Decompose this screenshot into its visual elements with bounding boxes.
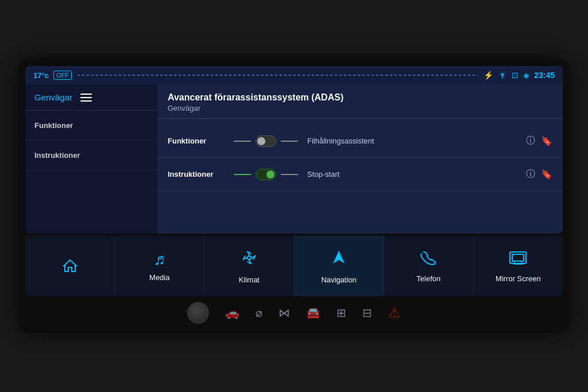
nav-item-mirror[interactable]: Mirror Screen bbox=[474, 236, 563, 296]
panel-header: Avancerat förarassistanssystem (ADAS) Ge… bbox=[157, 84, 563, 119]
wifi-icon bbox=[498, 71, 507, 80]
status-icons: ⚡ ⊡ ◈ 23:45 bbox=[483, 71, 555, 80]
nav-label-navigation: Navigation bbox=[321, 275, 356, 284]
nav-label-telefon: Telefon bbox=[416, 274, 440, 283]
feature-section-label-0: Funktioner bbox=[168, 137, 234, 145]
seat-btn[interactable]: ⋈ bbox=[278, 306, 290, 320]
feature-name-filhallning: Filhållningsassistent bbox=[307, 137, 526, 145]
sidebar-title: Genvägar bbox=[34, 92, 72, 102]
toggle-knob bbox=[257, 137, 265, 145]
nav-label-media: Media bbox=[149, 273, 169, 282]
temperature-display: 17°c bbox=[33, 71, 49, 80]
content-area: Genvägar Funktioner Instruktioner bbox=[25, 84, 563, 234]
fan-btn[interactable]: ⌀ bbox=[256, 306, 262, 320]
status-bar-line bbox=[78, 75, 478, 76]
nav-item-navigation[interactable]: Navigation bbox=[295, 236, 384, 296]
nav-item-media[interactable]: ♬ Media bbox=[115, 236, 204, 296]
hamburger-menu-button[interactable] bbox=[80, 94, 92, 102]
svg-point-0 bbox=[502, 77, 503, 78]
feature-rows: Funktioner Filhållningsassistent ⓘ 🔖 bbox=[157, 119, 563, 197]
car-bezel: 17°c OFF ⚡ ⊡ ◈ 23:45 bbox=[18, 59, 570, 333]
fan-icon bbox=[240, 249, 258, 271]
sidebar-item-funktioner[interactable]: Funktioner bbox=[25, 111, 157, 141]
home-icon bbox=[61, 257, 79, 275]
status-bar: 17°c OFF ⚡ ⊡ ◈ 23:45 bbox=[25, 66, 563, 84]
toggle-stopstart[interactable] bbox=[256, 169, 276, 180]
svg-point-1 bbox=[247, 256, 251, 259]
toggle-line-active bbox=[234, 174, 251, 175]
feature-row-stopstart: Instruktioner Stop-start ⓘ 🔖 bbox=[157, 158, 563, 191]
left-dial[interactable] bbox=[187, 302, 209, 324]
warning-btn[interactable]: ⚠ bbox=[388, 305, 401, 321]
bookmark-icon-stopstart[interactable]: 🔖 bbox=[541, 169, 552, 180]
nav-item-telefon[interactable]: Telefon bbox=[384, 236, 474, 296]
grid-btn[interactable]: ⊞ bbox=[336, 306, 346, 320]
feature-name-stopstart: Stop-start bbox=[307, 170, 526, 178]
nav-item-home[interactable] bbox=[25, 236, 115, 296]
bookmark-icon-filhallning[interactable]: 🔖 bbox=[541, 135, 552, 146]
info-icon-stopstart[interactable]: ⓘ bbox=[526, 168, 535, 180]
grid-off-btn[interactable]: ⊟ bbox=[362, 306, 372, 320]
music-note-icon: ♬ bbox=[153, 250, 165, 269]
sidebar-menu: Funktioner Instruktioner bbox=[25, 111, 157, 234]
nav-bar: ♬ Media Klimat Navig bbox=[25, 236, 563, 296]
toggle-container-stopstart: Stop-start bbox=[234, 169, 526, 180]
panel-subtitle: Genvägar bbox=[168, 104, 552, 112]
svg-rect-3 bbox=[512, 254, 524, 261]
sidebar-header: Genvägar bbox=[25, 84, 157, 111]
physical-buttons-row: 🚗 ⌀ ⋈ 🚘 ⊞ ⊟ ⚠ bbox=[25, 296, 563, 326]
sidebar: Genvägar Funktioner Instruktioner bbox=[25, 84, 157, 234]
nav-item-klimat[interactable]: Klimat bbox=[204, 236, 294, 296]
location-icon: ◈ bbox=[523, 71, 529, 80]
car-icon-btn[interactable]: 🚗 bbox=[225, 306, 239, 320]
toggle-knob-active bbox=[266, 170, 274, 178]
feature-row-filhallning: Funktioner Filhållningsassistent ⓘ 🔖 bbox=[157, 125, 563, 158]
camera-icon: ⊡ bbox=[512, 71, 519, 80]
mirror-screen-icon bbox=[509, 250, 527, 270]
sidebar-item-instruktioner[interactable]: Instruktioner bbox=[25, 141, 157, 170]
toggle-line-right bbox=[281, 141, 298, 142]
main-screen: 17°c OFF ⚡ ⊡ ◈ 23:45 bbox=[25, 66, 563, 234]
info-icon-filhallning[interactable]: ⓘ bbox=[526, 135, 535, 147]
phone-icon bbox=[420, 250, 436, 270]
clock-display: 23:45 bbox=[534, 71, 555, 80]
nav-label-mirror: Mirror Screen bbox=[496, 274, 541, 283]
feature-section-label-1: Instruktioner bbox=[168, 170, 234, 178]
bluetooth-icon: ⚡ bbox=[483, 71, 493, 80]
toggle-filhallning[interactable] bbox=[256, 135, 276, 147]
toggle-line-right2 bbox=[281, 174, 298, 175]
panel-title: Avancerat förarassistanssystem (ADAS) bbox=[168, 92, 552, 103]
off-indicator: OFF bbox=[53, 71, 72, 80]
navigate-icon bbox=[330, 249, 348, 271]
right-panel: Avancerat förarassistanssystem (ADAS) Ge… bbox=[157, 84, 563, 234]
toggle-line bbox=[234, 141, 251, 142]
toggle-container-filhallning: Filhållningsassistent bbox=[234, 135, 526, 147]
nav-label-klimat: Klimat bbox=[239, 275, 260, 284]
car-rear-btn[interactable]: 🚘 bbox=[306, 306, 320, 320]
